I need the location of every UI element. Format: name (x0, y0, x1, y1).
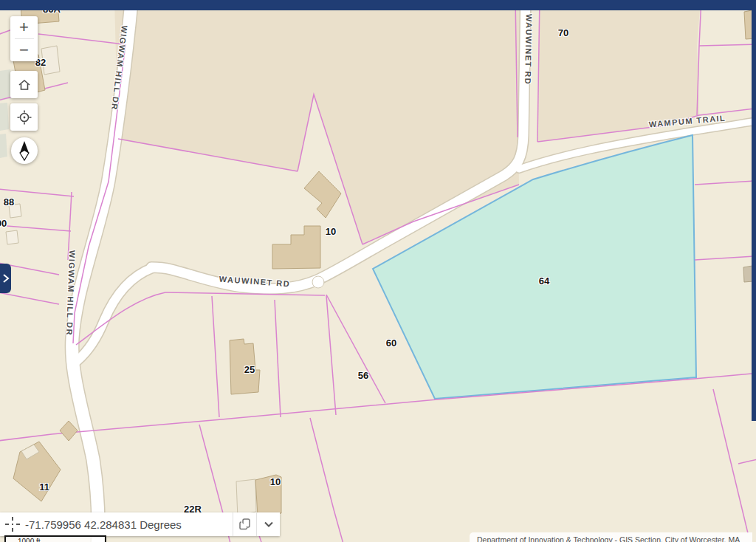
attribution-text: Department of Innovation & Technology - … (477, 535, 740, 542)
coordinate-widget: -71.759956 42.284831 Degrees (0, 512, 280, 536)
coordinate-readout: -71.759956 42.284831 Degrees (25, 512, 233, 536)
home-icon (16, 76, 33, 94)
copy-icon (238, 517, 252, 532)
copy-coordinates-button[interactable] (233, 512, 256, 536)
home-button[interactable] (10, 71, 38, 98)
parcel-label-11: 11 (39, 481, 49, 493)
parcel-label-25: 25 (244, 364, 255, 375)
sidebar-expand-tab[interactable] (0, 264, 11, 293)
zoom-control: + − (10, 16, 38, 61)
compass-button[interactable] (11, 137, 38, 164)
parcel-label-90: 90 (0, 218, 7, 229)
street-label-wauwinet-rd-vertical: WAUWINET RD (523, 14, 534, 86)
zoom-out-button[interactable]: − (10, 39, 38, 61)
parcel-label-56: 56 (358, 370, 368, 381)
coordinate-expand-button[interactable] (256, 512, 280, 536)
scale-bar: 1000 ft (4, 535, 106, 542)
parcel-label-88: 88 (4, 196, 14, 207)
parcel-map-app: { "street_labels": { "wigwam_hill_dr_upp… (0, 0, 756, 542)
locate-button[interactable] (10, 103, 38, 131)
parcel-label-60: 60 (386, 337, 396, 349)
scale-bar-label: 1000 ft (18, 538, 41, 542)
locate-icon (16, 109, 33, 126)
parcel-label-64: 64 (539, 275, 549, 287)
top-browser-bar (0, 0, 756, 10)
north-arrow-icon (11, 137, 38, 164)
chevron-right-icon (2, 273, 10, 284)
attribution: Department of Innovation & Technology - … (470, 532, 752, 542)
parcel-label-10-upper: 10 (326, 226, 336, 237)
parcel-label-70: 70 (558, 27, 568, 38)
right-edge-strip (752, 0, 756, 421)
crosshair-icon (0, 512, 25, 536)
chevron-down-icon (262, 518, 275, 531)
zoom-in-button[interactable]: + (10, 16, 38, 38)
parcel-label-10-lower: 10 (270, 476, 281, 487)
